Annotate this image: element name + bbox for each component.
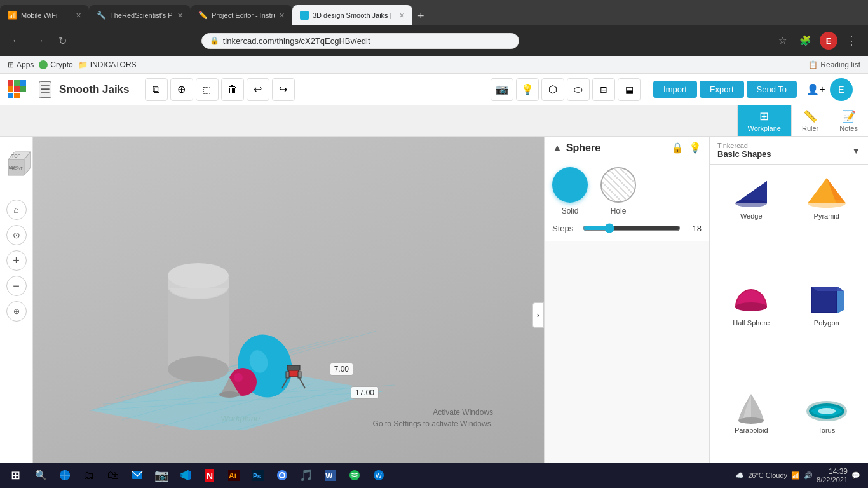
taskbar-photoshop[interactable]: Ps	[247, 464, 269, 487]
send-to-button[interactable]: Send To	[747, 81, 797, 98]
svg-text:N: N	[207, 471, 213, 481]
sphere-toggle[interactable]: ⬭	[567, 78, 590, 101]
taskbar-instagram[interactable]: 📷	[150, 464, 173, 487]
paraboloid-label: Paraboloid	[735, 426, 768, 434]
taskbar-other[interactable]: W	[367, 464, 390, 487]
menu-list-button[interactable]: ☰	[39, 81, 51, 98]
workplane-grid: Workplane	[71, 252, 402, 430]
app-container: ☰ Smooth Jaiks ⧉ ⊕ ⬚ 🗑 ↩ ↪ 📷 💡 ⬡ ⬭ ⊟ ⬓ I…	[0, 74, 868, 488]
panel-collapse-arrow[interactable]: ▲	[552, 142, 562, 154]
tab-close-1[interactable]: ✕	[76, 11, 81, 20]
workplane-icon: ⊞	[759, 109, 769, 123]
tab-tinkercad[interactable]: 3D design Smooth Jaiks | Tinkerc... ✕	[292, 5, 412, 25]
shapes-grid: Wedge Pyramid	[710, 165, 868, 488]
workplane-tab-top[interactable]: ⊞ Workplane	[738, 105, 791, 136]
delete-button[interactable]: 🗑	[221, 78, 244, 101]
taskbar-illustrator[interactable]: Ai	[222, 464, 245, 487]
hide-button[interactable]: 💡	[516, 78, 539, 101]
duplicate-button[interactable]: ⧉	[145, 78, 168, 101]
solid-hole-options: Solid Hole	[552, 167, 702, 215]
user-avatar[interactable]: E	[830, 78, 853, 101]
export-button[interactable]: Export	[700, 81, 744, 98]
svg-point-51	[738, 417, 764, 424]
svg-point-25	[168, 263, 229, 288]
tab-close-4[interactable]: ✕	[399, 11, 405, 20]
taskbar-word[interactable]: W	[319, 464, 342, 487]
taskbar-store[interactable]: 🛍	[102, 464, 125, 487]
ruler-tab-top[interactable]: 📏 Ruler	[791, 105, 829, 136]
shape-polygon[interactable]: Polygon	[790, 276, 864, 381]
view-cube[interactable]: TOP LEFT FRONT	[0, 142, 34, 189]
back-button[interactable]: ←	[8, 32, 25, 50]
shape-toggle[interactable]: ⬡	[541, 78, 564, 101]
svg-point-46	[735, 302, 767, 311]
notes-tab-top[interactable]: 📝 Notes	[829, 105, 868, 136]
lock-shape-button[interactable]: 🔒	[671, 142, 684, 154]
crypto-bookmark[interactable]: Crypto	[39, 60, 72, 69]
new-tab-button[interactable]: +	[412, 7, 430, 25]
tab-favicon-1: 📶	[8, 11, 17, 20]
tab-redscientist[interactable]: 🔧 TheRedScientist's Projects - Instr... …	[89, 5, 191, 25]
profile-button[interactable]: E	[820, 32, 837, 50]
shape-wedge[interactable]: Wedge	[715, 170, 788, 274]
snap-button[interactable]: ⊟	[592, 78, 615, 101]
steps-slider[interactable]	[583, 223, 681, 233]
shape-panel-icons: 🔒 💡	[671, 142, 702, 154]
shape-half-sphere[interactable]: Half Sphere	[715, 276, 788, 381]
category-dropdown[interactable]: Tinkercad Basic Shapes ▼	[710, 137, 868, 165]
taskbar-spotify[interactable]	[343, 464, 366, 487]
taskbar-vscode[interactable]	[174, 464, 197, 487]
half-sphere-label: Half Sphere	[733, 319, 770, 327]
home-view-button[interactable]: ⌂	[6, 200, 27, 220]
tab-close-2[interactable]: ✕	[177, 11, 183, 20]
top-toolbar: ☰ Smooth Jaiks ⧉ ⊕ ⬚ 🗑 ↩ ↪ 📷 💡 ⬡ ⬭ ⊟ ⬓ I…	[0, 74, 868, 105]
category-info: Tinkercad Basic Shapes	[717, 142, 771, 159]
tab-project-editor[interactable]: ✏️ Project Editor - Instructables ✕	[191, 5, 292, 25]
start-button[interactable]: ⊞	[3, 463, 28, 488]
mirror-button[interactable]: ⬓	[618, 78, 641, 101]
panel-collapse-button[interactable]: ›	[532, 302, 544, 328]
svg-point-45	[808, 199, 846, 208]
taskbar-chrome[interactable]	[271, 464, 294, 487]
zoom-in-button[interactable]: +	[6, 250, 27, 271]
solid-option[interactable]: Solid	[552, 167, 588, 215]
add-user-button[interactable]: 👤+	[804, 78, 827, 101]
bookmark-star-button[interactable]: ☆	[774, 32, 792, 50]
taskbar-netflix[interactable]: N	[198, 464, 221, 487]
tab-favicon-3: ✏️	[198, 11, 208, 20]
taskbar-vlc[interactable]: 🎵	[295, 464, 318, 487]
undo-button[interactable]: ↩	[247, 78, 269, 101]
light-shape-button[interactable]: 💡	[689, 142, 702, 154]
shape-pyramid[interactable]: Pyramid	[790, 170, 864, 274]
volume-icon: 🔊	[804, 471, 813, 480]
svg-point-42	[735, 200, 767, 207]
import-button[interactable]: Import	[653, 81, 697, 98]
canvas-area[interactable]: Workplane 7.00 17.00 Activate Windows Go…	[33, 137, 544, 488]
indicators-bookmark[interactable]: 📁 INDICATORS	[78, 60, 137, 69]
camera-view-button[interactable]: 📷	[491, 78, 513, 101]
apps-bookmark[interactable]: ⊞ Apps	[8, 60, 34, 69]
url-input[interactable]	[223, 36, 511, 46]
reading-list[interactable]: 📋 Reading list	[808, 60, 860, 69]
forward-button[interactable]: →	[31, 32, 48, 50]
group-button[interactable]: ⬚	[196, 78, 219, 101]
menu-button[interactable]: ⋮	[843, 32, 860, 50]
hole-option[interactable]: Hole	[600, 167, 636, 215]
notification-button[interactable]: 💬	[851, 471, 860, 480]
taskbar-edge[interactable]	[53, 464, 76, 487]
reload-button[interactable]: ↻	[53, 32, 71, 50]
tab-mobile-wifi[interactable]: 📶 Mobile WiFi ✕	[0, 5, 89, 25]
extensions-button[interactable]: 🧩	[797, 32, 815, 50]
svg-text:TOP: TOP	[11, 154, 21, 158]
taskbar-mail[interactable]	[126, 464, 149, 487]
tab-close-3[interactable]: ✕	[279, 11, 285, 20]
view-all-button[interactable]: ⊕	[6, 301, 27, 322]
search-taskbar-button[interactable]: 🔍	[29, 464, 52, 487]
clone-button[interactable]: ⊕	[170, 78, 193, 101]
fit-view-button[interactable]: ⊙	[6, 225, 27, 245]
browser-right-icons: ☆ 🧩 E ⋮	[774, 32, 860, 50]
zoom-out-button[interactable]: −	[6, 276, 27, 296]
taskbar-explorer[interactable]: 🗂	[78, 464, 100, 487]
redo-button[interactable]: ↪	[272, 78, 295, 101]
address-bar[interactable]: 🔒	[201, 33, 519, 49]
